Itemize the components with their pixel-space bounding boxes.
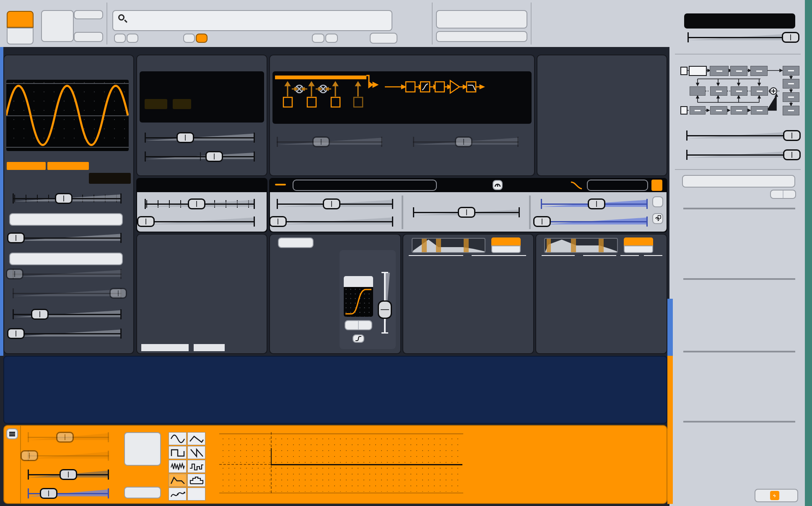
lfo-menu-icon[interactable] [6, 428, 18, 439]
slider-handle[interactable] [782, 32, 799, 43]
fx-slot[interactable] [783, 106, 799, 115]
category-next-button[interactable] [127, 34, 138, 43]
patch-next-button[interactable] [196, 34, 208, 43]
fx-slot[interactable] [750, 66, 768, 76]
waveshaper-type[interactable] [344, 276, 373, 287]
fx-slot[interactable] [731, 106, 747, 115]
scene-b-button[interactable] [7, 28, 34, 44]
wave-type-dropdown[interactable] [89, 173, 131, 184]
retrigger-button[interactable] [47, 162, 89, 170]
osc-drift-slider[interactable] [145, 132, 255, 148]
split-value-button[interactable] [74, 10, 103, 19]
waveshaper-next-button[interactable] [359, 321, 371, 329]
lfo-phase-slider[interactable] [28, 450, 109, 466]
filter-link-icon[interactable] [652, 213, 663, 224]
fx-slot[interactable] [783, 66, 799, 76]
fx-slot[interactable] [710, 66, 729, 76]
filter2-subtype-button[interactable] [651, 180, 662, 191]
unison-detune-slider[interactable] [13, 308, 122, 324]
filter2-resonance-slider[interactable] [541, 216, 648, 232]
menu-button[interactable] [755, 489, 798, 502]
keytrack-root-note[interactable] [278, 237, 314, 248]
fx-slot[interactable] [783, 92, 799, 102]
lfo-shape-square-icon[interactable] [169, 446, 187, 459]
fx-slot[interactable] [710, 86, 727, 96]
filter1-cutoff-slider[interactable] [277, 198, 393, 214]
fx-slot[interactable] [751, 86, 768, 96]
fx-next-button[interactable] [783, 190, 795, 198]
undo-icon[interactable] [312, 34, 324, 43]
lfo-deform-slider[interactable] [28, 469, 109, 485]
character-selector[interactable] [436, 31, 527, 42]
amp-eg-digital-button[interactable] [624, 237, 653, 245]
fx-slot[interactable] [710, 106, 727, 115]
fx-unit-selector[interactable] [682, 175, 795, 188]
osc-highcut-slider[interactable] [13, 287, 122, 303]
scene-a-button[interactable] [7, 11, 34, 28]
lfo-shape-formula[interactable] [187, 488, 205, 501]
save-button[interactable] [370, 33, 397, 44]
send-fx1-return-slider[interactable] [686, 130, 796, 146]
fx-slot-eq-active[interactable] [689, 66, 707, 76]
lfo-amplitude-slider[interactable] [28, 488, 109, 503]
fx-slot[interactable] [730, 66, 747, 76]
filter-eg-digital-button[interactable] [491, 237, 521, 245]
keytrack-button[interactable] [7, 162, 46, 170]
fm-depth-slider[interactable] [277, 136, 382, 152]
route-side-tab[interactable] [667, 299, 673, 356]
lfo-shape-sample-hold-icon[interactable] [187, 460, 205, 473]
filter-rotary-icon[interactable] [493, 180, 503, 190]
fx-slot[interactable] [751, 106, 768, 115]
fm-feedback-slider[interactable] [413, 136, 519, 152]
filter-balance-slider[interactable] [413, 206, 520, 222]
osc-pitch-slider[interactable] [13, 193, 122, 209]
send-fx2-return-slider[interactable] [686, 149, 796, 165]
modulation-side-tab[interactable] [667, 356, 673, 504]
filter1-resonance-slider[interactable] [277, 216, 393, 232]
behavior-dropdown[interactable] [9, 253, 123, 265]
osc-lowcut-slider[interactable] [13, 268, 122, 284]
lfo-rate-slider[interactable] [28, 431, 109, 447]
lfo-shape-envelope-icon[interactable] [169, 474, 187, 487]
shape-dropdown[interactable] [9, 213, 123, 226]
filter-eg-analog-button[interactable] [491, 245, 521, 253]
fx-edge-tab[interactable] [805, 96, 812, 117]
scene-side-tab[interactable] [667, 260, 673, 298]
waveshaper-prev-button[interactable] [345, 321, 359, 329]
filter2-link-plus-button[interactable] [652, 196, 663, 207]
unison-voices-slider[interactable] [13, 328, 122, 344]
bend-down-value[interactable] [145, 99, 167, 109]
global-volume-slider[interactable] [687, 31, 797, 47]
redo-icon[interactable] [325, 34, 338, 43]
patch-browser-box[interactable] [112, 10, 392, 31]
fx-slot-rv1[interactable] [690, 86, 706, 96]
lfo-shape-saw-icon[interactable] [187, 446, 205, 459]
unipolar-button[interactable] [124, 487, 161, 498]
fx-unit-edge-tab[interactable] [805, 171, 812, 209]
filter1-type-dropdown[interactable] [293, 180, 437, 191]
fx-slot[interactable] [690, 106, 706, 115]
lfo-shape-triangle-icon[interactable] [187, 432, 205, 445]
amp-eg-analog-button[interactable] [624, 245, 653, 253]
waveshaper-sigmoid-icon[interactable] [353, 334, 364, 343]
bend-up-value[interactable] [173, 99, 191, 109]
scene-pitch-slider[interactable] [145, 198, 255, 214]
noise-color-slider[interactable] [145, 151, 255, 167]
filter2-cutoff-slider[interactable] [541, 198, 648, 214]
lfo-shape-mseg-icon[interactable] [169, 488, 187, 501]
fx-slot[interactable] [731, 86, 747, 96]
lfo-shape-sine-icon[interactable] [169, 432, 187, 445]
waveshaper-drive-slider[interactable] [376, 272, 393, 334]
filter2-type-dropdown[interactable] [587, 180, 648, 191]
patch-prev-button[interactable] [183, 34, 195, 43]
fx-slot[interactable] [783, 79, 799, 89]
fx-bypass-selector[interactable] [436, 10, 527, 29]
lfo-waveform-display[interactable] [219, 430, 463, 495]
fx-prev-button[interactable] [771, 190, 783, 198]
oscillator-waveform-display[interactable] [6, 80, 129, 151]
lfo-shape-noise-icon[interactable] [169, 460, 187, 473]
category-prev-button[interactable] [114, 34, 126, 43]
lfo-shape-step-seq-icon[interactable] [187, 474, 205, 487]
global-edge-tab[interactable] [805, 6, 812, 46]
portamento-slider[interactable] [145, 216, 255, 232]
